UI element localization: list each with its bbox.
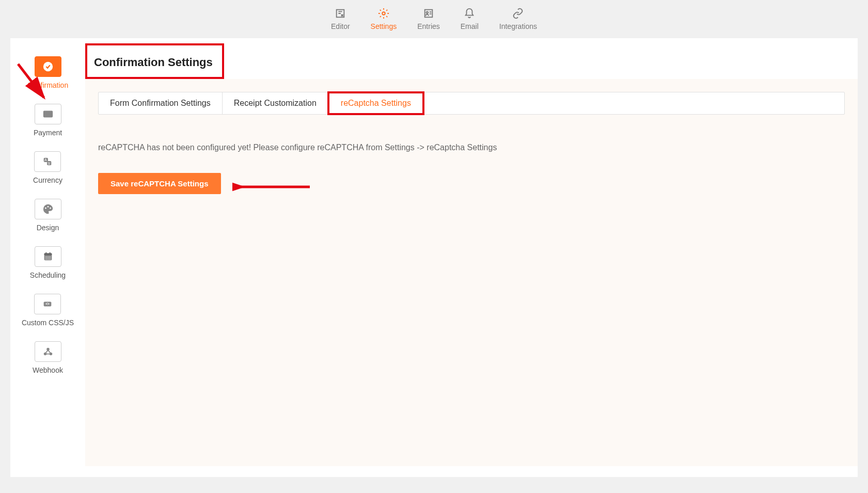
recaptcha-notice: reCAPTCHA has not been configured yet! P… [98, 143, 845, 152]
code-icon: <> [34, 294, 61, 314]
svg-point-23 [48, 259, 49, 260]
svg-point-1 [382, 12, 385, 15]
gear-icon [378, 8, 389, 19]
svg-line-4 [18, 64, 44, 98]
nav-email[interactable]: Email [461, 8, 479, 30]
svg-rect-16 [44, 253, 52, 256]
annotation-arrow-icon [15, 61, 52, 108]
top-nav: Editor Settings Entries Email Integratio… [0, 0, 868, 38]
palette-icon [35, 199, 61, 219]
sidebar-design[interactable]: Design [35, 199, 61, 232]
svg-point-3 [426, 11, 428, 13]
svg-point-21 [49, 257, 50, 258]
nav-settings[interactable]: Settings [371, 8, 397, 30]
svg-text:A: A [45, 158, 48, 162]
entries-icon [423, 8, 434, 19]
settings-panel: Form Confirmation Settings Receipt Custo… [85, 79, 858, 466]
tab-receipt[interactable]: Receipt Customization [222, 92, 328, 114]
editor-icon [335, 8, 346, 19]
nav-integrations[interactable]: Integrations [499, 8, 537, 30]
tab-recaptcha[interactable]: reCaptcha Settings [327, 91, 424, 115]
settings-tabs: Form Confirmation Settings Receipt Custo… [98, 92, 845, 115]
save-recaptcha-button[interactable]: Save reCAPTCHA Settings [98, 173, 221, 194]
tab-form-confirmation[interactable]: Form Confirmation Settings [99, 92, 222, 114]
svg-rect-18 [49, 252, 50, 255]
main-content: Confirmation Settings Form Confirmation … [85, 38, 858, 477]
svg-point-7 [50, 114, 51, 115]
sidebar-customcss[interactable]: <> Custom CSS/JS [22, 294, 74, 327]
page-heading-highlight: Confirmation Settings [85, 43, 224, 79]
webhook-icon [35, 341, 61, 362]
svg-point-20 [48, 257, 49, 258]
sidebar-webhook[interactable]: Webhook [33, 341, 63, 374]
link-icon [512, 8, 524, 19]
nav-entries[interactable]: Entries [417, 8, 440, 30]
svg-point-22 [45, 259, 46, 260]
sidebar-scheduling[interactable]: Scheduling [30, 246, 66, 279]
svg-text:<>: <> [46, 302, 50, 306]
currency-icon: A文 [34, 151, 61, 172]
page-title: Confirmation Settings [85, 45, 222, 77]
sidebar-currency[interactable]: A文 Currency [33, 151, 62, 184]
calendar-icon [35, 246, 61, 267]
svg-point-19 [45, 257, 46, 258]
nav-editor[interactable]: Editor [331, 8, 350, 30]
svg-point-13 [47, 206, 49, 208]
svg-rect-17 [45, 252, 46, 255]
svg-point-24 [49, 259, 50, 260]
sidebar-payment[interactable]: Payment [34, 104, 62, 137]
bell-icon [464, 8, 475, 19]
svg-point-27 [47, 348, 49, 351]
svg-text:文: 文 [48, 162, 51, 165]
svg-point-14 [50, 208, 51, 209]
annotation-arrow-icon [232, 182, 315, 192]
svg-point-12 [45, 208, 46, 209]
